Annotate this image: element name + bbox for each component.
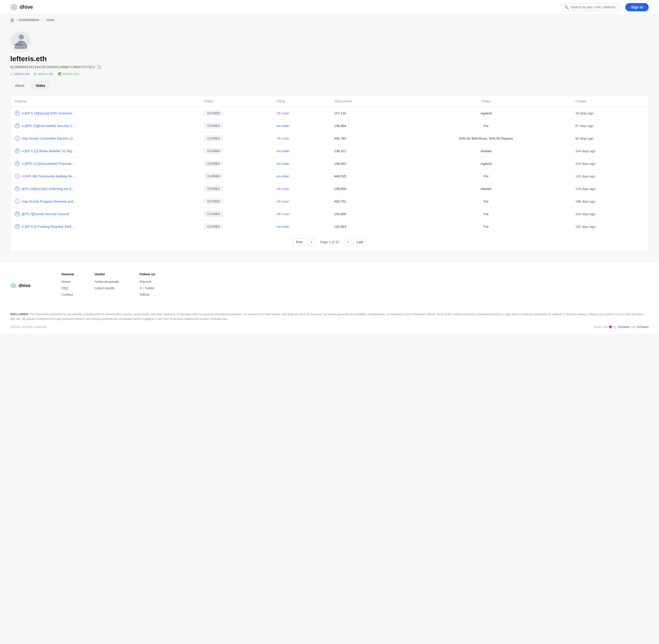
- footer-credit-snowdot[interactable]: Snowdot: [618, 325, 630, 329]
- footer-link-github[interactable]: Github: [140, 293, 155, 296]
- voting-power-cell: 136,894: [330, 119, 401, 132]
- proposal-link[interactable]: Hop Grants Program Renewal and...: [15, 199, 196, 204]
- choice-value: 50% for Bob-Rossi, 50% for Rxpwnz: [459, 137, 513, 140]
- table-row: # [HIP-39] Community Multisig Re... CLOS…: [10, 170, 649, 183]
- status-badge: CLOSED: [204, 186, 223, 191]
- status-badge: CLOSED: [204, 148, 223, 154]
- created-value: 136 days ago: [575, 200, 595, 203]
- choice-value: Against: [481, 111, 492, 115]
- status-cell: CLOSED: [200, 157, 272, 170]
- table-row: Hop Grants Committee Election (2... CLOS…: [10, 132, 649, 145]
- table-header-row: Proposal Status Voting Voting power Choi…: [10, 96, 649, 107]
- status-badge: CLOSED: [204, 123, 223, 128]
- footer-top: dhive General Home FAQ Contact Useful Ac…: [10, 272, 649, 299]
- footer-link-latest-results[interactable]: Latest results: [94, 286, 119, 290]
- search-icon: 🔍: [564, 5, 569, 9]
- col-header-created: Created: [571, 96, 649, 107]
- avatar: [10, 30, 31, 51]
- footer-link-active-proposals[interactable]: Active proposals: [94, 280, 119, 283]
- copy-address-button[interactable]: 📋: [97, 65, 101, 69]
- proposal-cell: Hop Grants Program Renewal and...: [10, 195, 200, 208]
- proposal-link[interactable]: [EP5.10][Social] Confirming the E...: [15, 186, 196, 191]
- profile-address: 0x2B888954421b424C5D3D9Ce9bB67c9bD47537d…: [10, 65, 649, 69]
- voting-power-cell: 142,463: [330, 220, 401, 233]
- status-badge: CLOSED: [204, 224, 223, 229]
- proposal-title: # [EP 5.15][Social] ENS Governor ...: [22, 111, 76, 115]
- profile-link-ens2[interactable]: ⊞ lefteris.eth: [34, 72, 53, 76]
- created-value: 104 days ago: [575, 149, 595, 153]
- proposal-title: # [EP5.11] [Executable] Proposal: ...: [22, 162, 76, 165]
- proposal-link[interactable]: # [EP 5.5] Funding Request: ENS ...: [15, 224, 196, 229]
- footer-col-general: General Home FAQ Contact: [62, 272, 74, 299]
- voting-power-cell: 147,116: [330, 107, 401, 119]
- status-cell: CLOSED: [200, 208, 272, 220]
- proposal-link[interactable]: # [HIP-39] Community Multisig Re...: [15, 174, 196, 179]
- next-page-button[interactable]: ›: [344, 238, 351, 246]
- prev-page-button[interactable]: ‹: [308, 238, 315, 246]
- choice-value: Abstain: [481, 149, 492, 153]
- svg-marker-18: [13, 285, 15, 286]
- last-page-button[interactable]: Last: [353, 238, 367, 246]
- header-right: 🔍 Sign in: [561, 3, 649, 11]
- proposal-cell: [EP5.7][Social] Security Council: [10, 208, 200, 220]
- footer-link-twitter[interactable]: X / Twitter: [140, 286, 155, 290]
- tab-votes[interactable]: Votes: [31, 81, 50, 90]
- proposal-title: Hop Grants Program Renewal and...: [22, 200, 76, 203]
- proposal-title: # [EP5.13][Executable] Security C...: [22, 124, 75, 128]
- proposal-link[interactable]: # [EP5.13][Executable] Security C...: [15, 123, 196, 128]
- disclaimer-bold: DISCLAIMER:: [10, 313, 29, 316]
- logo[interactable]: dhive: [10, 4, 33, 11]
- voting-cell: on-chain: [272, 220, 330, 233]
- created-cell: 119 days ago: [571, 183, 649, 195]
- col-header-voting-power: Voting power: [330, 96, 401, 107]
- first-page-button[interactable]: First: [292, 238, 306, 246]
- table-row: [EP5.10][Social] Confirming the E... CLO…: [10, 183, 649, 195]
- proposal-link[interactable]: # [EP5.11] [Executable] Proposal: ...: [15, 161, 196, 166]
- voting-cell: on-chain: [272, 157, 330, 170]
- footer-col-useful-title: Useful: [94, 272, 119, 276]
- status-badge: CLOSED: [204, 174, 223, 179]
- voting-power-value: 450,752: [334, 200, 346, 203]
- profile-section: lefteris.eth 0x2B888954421b424C5D3D9Ce9b…: [0, 25, 659, 91]
- sign-in-button[interactable]: Sign in: [625, 3, 649, 11]
- voting-power-value: 138,442: [334, 162, 346, 165]
- footer-link-contact[interactable]: Contact: [62, 293, 74, 296]
- footer-credit-0xsamix[interactable]: 0xSamix: [637, 325, 649, 329]
- search-bar[interactable]: 🔍: [561, 3, 622, 11]
- table-row: # [EP 5.12] Roles Modifier V2 Mig... CLO…: [10, 145, 649, 157]
- proposal-link[interactable]: # [EP 5.12] Roles Modifier V2 Mig...: [15, 148, 196, 154]
- choice-cell: 50% for Bob-Rossi, 50% for Rxpwnz: [401, 132, 571, 145]
- proposal-title: # [EP 5.12] Roles Modifier V2 Mig...: [22, 149, 75, 153]
- search-input[interactable]: [571, 5, 618, 9]
- status-badge: CLOSED: [204, 161, 223, 166]
- status-cell: CLOSED: [200, 132, 272, 145]
- proposal-link[interactable]: [EP5.7][Social] Security Council: [15, 211, 196, 216]
- created-cell: 104 days ago: [571, 157, 649, 170]
- proposal-link[interactable]: Hop Grants Committee Election (2...: [15, 136, 196, 141]
- footer-col-follow: Follow us Discord X / Twitter Github: [140, 272, 155, 299]
- footer-link-faq[interactable]: FAQ: [62, 286, 74, 290]
- tab-about[interactable]: About: [10, 81, 29, 90]
- breadcrumb-home[interactable]: 🏠: [10, 18, 15, 22]
- choice-cell: For: [401, 220, 571, 233]
- profile-link-lens[interactable]: 🌿 lefteris.lens: [58, 72, 80, 76]
- footer-link-discord[interactable]: Discord: [140, 280, 155, 283]
- voting-power-cell: 140,850: [330, 208, 401, 220]
- voting-cell: on-chain: [272, 119, 330, 132]
- voting-cell: on-chain: [272, 170, 330, 183]
- status-badge: CLOSED: [204, 211, 223, 216]
- footer-link-home[interactable]: Home: [62, 280, 74, 283]
- footer-logo[interactable]: dhive: [10, 272, 30, 299]
- status-cell: CLOSED: [200, 145, 272, 157]
- voting-type: off-chain: [277, 137, 289, 140]
- col-header-voting: Voting: [272, 96, 330, 107]
- voting-power-cell: 442,793: [330, 132, 401, 145]
- proposal-cell: # [EP 5.15][Social] ENS Governor ...: [10, 107, 200, 119]
- voting-cell: off-chain: [272, 107, 330, 119]
- voting-power-value: 442,793: [334, 137, 346, 140]
- created-value: 115 days ago: [575, 174, 595, 178]
- profile-link-ens1[interactable]: ◇ lefteris.eth: [10, 72, 29, 76]
- breadcrumb-address[interactable]: 0x2B8889544...: [19, 18, 42, 22]
- proposal-link[interactable]: # [EP 5.15][Social] ENS Governor ...: [15, 111, 196, 116]
- breadcrumb-sep-2: ›: [43, 18, 45, 22]
